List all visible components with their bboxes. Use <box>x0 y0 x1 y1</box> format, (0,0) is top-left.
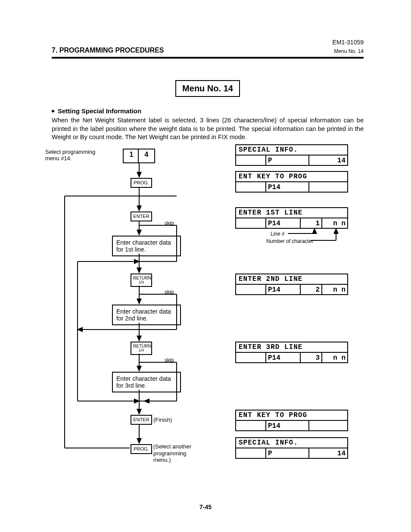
bullet-icon <box>52 110 54 112</box>
display-6: ENT KEY TO PROG P14 <box>235 410 348 431</box>
display-2: ENT KEY TO PROG P14 <box>235 171 348 193</box>
diagram-area: Select programming menu #14. 1 4 PROG. E… <box>52 144 364 476</box>
page-number: 7-45 <box>0 504 411 510</box>
display-5: ENTER 3RD LINE P14 3 n n <box>235 342 348 363</box>
return-key-2: RETURN 1/4 <box>131 342 152 355</box>
skip-2: skip <box>165 289 174 295</box>
prog-key-1: PROG. <box>131 178 152 188</box>
finish-label: (Finish) <box>153 417 172 423</box>
menu-title: Menu No. 14 <box>175 80 240 97</box>
return-key-1: RETURN 1/4 <box>131 274 152 287</box>
body-text: When the Net Weight Statement label is s… <box>52 116 364 142</box>
process-1: Enter character data for 1st line. <box>112 236 181 256</box>
prog-key-2: PROG. <box>131 444 152 454</box>
skip-1: skip <box>165 220 174 226</box>
select-another-label: (Select another programming menu.) <box>153 443 205 464</box>
subheading: Setting Special Information <box>52 107 364 115</box>
display-1: SPECIAL INFO. P 14 <box>235 144 348 166</box>
key-4: 4 <box>138 149 155 163</box>
skip-3: skip <box>165 357 174 363</box>
display-3: ENTER 1ST LINE P14 1 n n <box>235 207 348 229</box>
process-3: Enter character data for 3rd line. <box>112 372 181 392</box>
process-2: Enter character data for 2nd line. <box>112 305 181 325</box>
section-title: 7. PROGRAMMING PROCEDURES <box>52 47 164 54</box>
display-7: SPECIAL INFO. P 14 <box>235 437 348 459</box>
enter-key-2: ENTER <box>131 415 152 425</box>
ann-line-num: Line # <box>271 231 285 237</box>
enter-key-1: ENTER <box>131 212 152 221</box>
display-4: ENTER 2ND LINE P14 2 n n <box>235 274 348 295</box>
doc-ref: EM1-31059 <box>333 39 364 46</box>
menu-label-small: Menu No. 14 <box>333 48 364 54</box>
select-label: Select programming menu #14. <box>45 149 101 162</box>
ann-char-num: Number of character <box>266 238 313 244</box>
key-1: 1 <box>123 149 140 163</box>
